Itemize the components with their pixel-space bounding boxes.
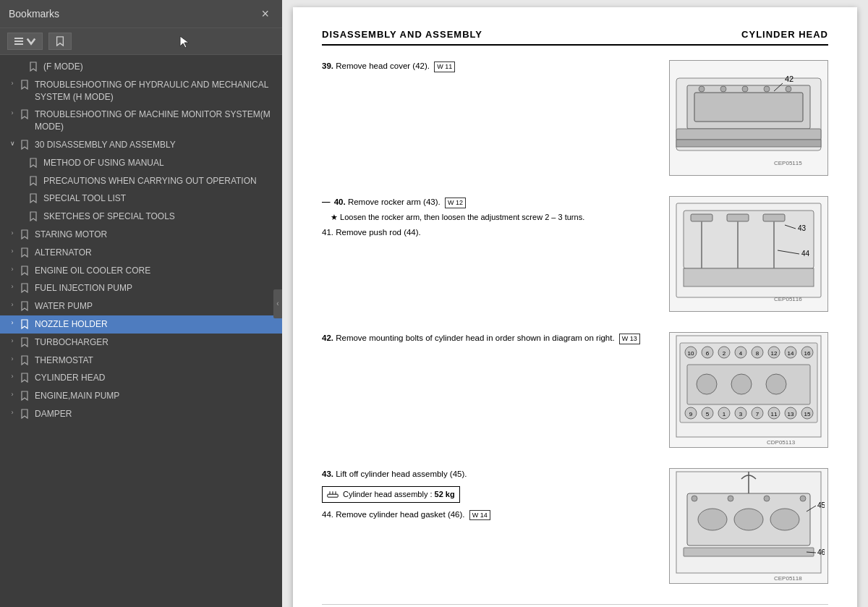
bookmark-icon-water-pump <box>19 301 30 311</box>
expand-arrow-monitor: › <box>6 109 19 118</box>
bookmark-item-staring-motor[interactable]: › STARING MOTOR <box>0 226 282 244</box>
bookmark-icon-nozzle-holder <box>19 319 30 329</box>
sidebar-title: Bookmarks <box>9 8 59 20</box>
svg-point-6 <box>699 86 705 92</box>
bookmark-flag-icon-2 <box>20 80 29 90</box>
bookmark-icon-fuel-injection <box>19 283 30 293</box>
bookmark-item-oil-cooler[interactable]: › ENGINE OIL COOLER CORE <box>0 262 282 280</box>
step-40-image: 43 44 CEP05116 <box>669 196 828 312</box>
bookmark-flag-icon-14 <box>20 319 29 329</box>
bookmark-item-alternator[interactable]: › ALTERNATOR <box>0 244 282 262</box>
bookmark-item-disassembly[interactable]: ∨ 30 DISASSEMBLY AND ASSEMBLY <box>0 136 282 154</box>
svg-point-51 <box>766 374 786 394</box>
expand-all-icon <box>14 36 24 46</box>
svg-rect-18 <box>691 214 712 221</box>
bookmark-label-thermostat: THERMOSTAT <box>35 355 276 367</box>
bookmark-icon-sketches <box>27 211 39 221</box>
bookmark-view-button[interactable] <box>48 33 72 50</box>
bookmark-item-fuel-injection[interactable]: › FUEL INJECTION PUMP <box>0 279 282 297</box>
svg-text:45: 45 <box>817 501 825 509</box>
bookmark-item-turbocharger[interactable]: › TURBOCHARGER <box>0 334 282 352</box>
svg-text:10: 10 <box>688 350 694 357</box>
step-39-content: 39. Remove head cover (42). W 11 <box>322 60 655 72</box>
bookmark-item-cylinder-head[interactable]: › CYLINDER HEAD <box>0 369 282 387</box>
bolt-order-illustration: 10 6 2 4 8 12 14 16 <box>673 332 825 448</box>
step-42-content: 42. Remove mounting bolts of cylinder he… <box>322 332 655 344</box>
step-44-ref: W 14 <box>469 510 490 521</box>
svg-point-83 <box>764 496 770 501</box>
bookmark-icon-monitor <box>19 109 30 119</box>
bookmark-label-alternator: ALTERNATOR <box>35 247 276 259</box>
bookmark-flag-icon-8 <box>29 211 38 221</box>
bookmark-flag-icon-11 <box>20 266 29 276</box>
bookmark-item-sketches[interactable]: SKETCHES OF SPECIAL TOOLS <box>0 208 282 226</box>
svg-text:16: 16 <box>804 350 811 357</box>
dropdown-arrow-icon <box>26 36 36 46</box>
bookmark-item-hydraulic[interactable]: › TROUBLESHOOTING OF HYDRAULIC AND MECHA… <box>0 76 282 106</box>
svg-rect-0 <box>14 38 23 39</box>
bookmark-icon-f-mode <box>27 61 39 72</box>
svg-rect-12 <box>676 140 821 147</box>
svg-point-78 <box>698 509 727 530</box>
bookmark-icon-disassembly <box>19 140 30 150</box>
bookmark-item-water-pump[interactable]: › WATER PUMP <box>0 297 282 315</box>
sidebar-collapse-handle[interactable]: ‹ <box>273 289 282 318</box>
step-42-image: 10 6 2 4 8 12 14 16 <box>669 332 828 448</box>
bookmark-label-staring-motor: STARING MOTOR <box>35 229 276 241</box>
bookmark-item-precautions[interactable]: PRECAUTIONS WHEN CARRYING OUT OPERATION <box>0 172 282 190</box>
svg-text:11: 11 <box>771 411 778 417</box>
bookmark-item-using-manual[interactable]: METHOD OF USING MANUAL <box>0 154 282 172</box>
svg-text:9: 9 <box>689 411 693 417</box>
bookmark-item-tool-list[interactable]: SPECIAL TOOL LIST <box>0 190 282 208</box>
bookmark-icon-tool-list <box>27 193 39 203</box>
bookmark-flag-icon-6 <box>29 176 38 186</box>
svg-text:13: 13 <box>788 411 794 417</box>
svg-point-7 <box>720 86 726 92</box>
bookmark-flag-icon-13 <box>20 301 29 311</box>
svg-point-82 <box>728 496 733 501</box>
document-footer: PC228USLC-1 30-27 <box>322 604 828 607</box>
sidebar-toolbar <box>0 28 282 55</box>
svg-text:2: 2 <box>723 350 726 357</box>
step-40-number: 40. <box>334 198 346 206</box>
expand-arrow-fuel: › <box>6 282 19 292</box>
bookmark-flag-icon-4 <box>20 140 29 150</box>
bookmark-item-thermostat[interactable]: › THERMOSTAT <box>0 352 282 370</box>
step-39-image: 42 CEP05115 <box>669 60 828 176</box>
expand-arrow-damper: › <box>6 408 19 417</box>
bookmark-item-f-mode[interactable]: (F MODE) <box>0 58 282 76</box>
bookmark-item-engine-main-pump[interactable]: › ENGINE,MAIN PUMP <box>0 387 282 405</box>
bookmark-flag-icon-12 <box>20 283 29 293</box>
step-40-ref: W 12 <box>445 198 466 208</box>
expand-arrow-turbo: › <box>6 336 19 346</box>
bookmark-item-nozzle-holder[interactable]: › NOZZLE HOLDER <box>0 315 282 334</box>
expand-all-button[interactable] <box>7 33 43 50</box>
bookmark-icon-engine-main-pump <box>19 391 30 401</box>
document-header: DISASSEMBLY AND ASSEMBLY CYLINDER HEAD <box>322 29 828 46</box>
svg-point-80 <box>770 509 799 530</box>
svg-text:6: 6 <box>706 350 710 357</box>
bookmark-flag-icon-16 <box>20 355 29 365</box>
svg-point-81 <box>692 496 697 501</box>
svg-text:CDP05113: CDP05113 <box>767 439 796 446</box>
svg-text:1: 1 <box>723 411 726 417</box>
cursor-icon <box>177 35 192 49</box>
bookmark-icon-oil-cooler <box>19 266 30 276</box>
bookmark-item-monitor[interactable]: › TROUBLESHOOTING OF MACHINE MONITOR SYS… <box>0 106 282 136</box>
sidebar-content: (F MODE) › TROUBLESHOOTING OF HYDRAULIC … <box>0 55 282 607</box>
bookmark-icon-precautions <box>27 176 39 186</box>
svg-text:CEP05116: CEP05116 <box>774 296 802 302</box>
expand-arrow-disassembly: ∨ <box>6 139 19 148</box>
bookmark-icon-cylinder-head <box>19 373 30 383</box>
bookmark-flag-icon-9 <box>20 229 29 239</box>
bookmark-label-monitor: TROUBLESHOOTING OF MACHINE MONITOR SYSTE… <box>35 109 276 133</box>
bookmark-label-cylinder-head: CYLINDER HEAD <box>35 372 276 384</box>
svg-rect-69 <box>328 494 338 497</box>
svg-text:7: 7 <box>756 411 760 417</box>
bookmark-item-damper[interactable]: › DAMPER <box>0 405 282 423</box>
svg-rect-11 <box>676 129 821 140</box>
close-button[interactable]: × <box>257 6 273 22</box>
svg-text:4: 4 <box>739 350 743 357</box>
document-page: DISASSEMBLY AND ASSEMBLY CYLINDER HEAD 3… <box>293 7 857 607</box>
step-43-text: 43. Lift off cylinder head assembly (45)… <box>322 468 655 524</box>
